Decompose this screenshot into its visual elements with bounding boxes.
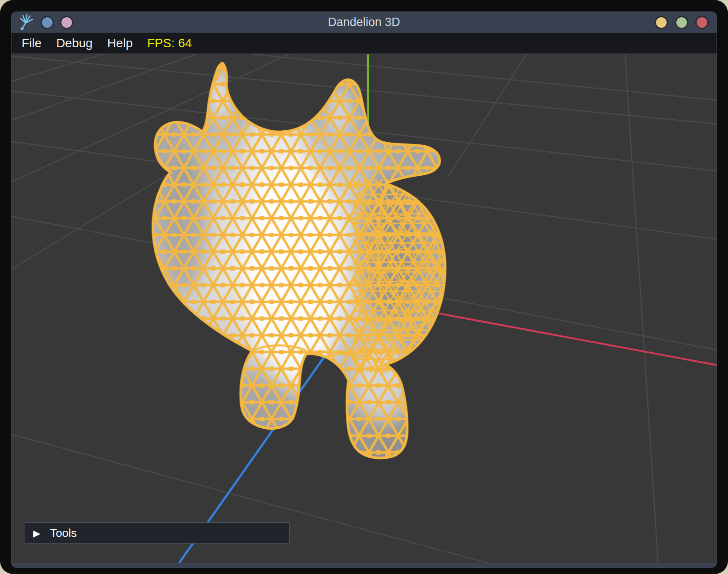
fps-counter: FPS: 64 (147, 36, 192, 50)
minimize-button[interactable] (655, 16, 668, 29)
viewport-canvas[interactable] (11, 53, 717, 563)
dandelion-icon (19, 14, 34, 31)
titlebar[interactable]: Dandelion 3D (11, 12, 717, 33)
menubar: File Debug Help FPS: 64 (11, 33, 717, 53)
expand-arrow-icon: ▶ (33, 529, 40, 538)
cow-model-mesh (145, 53, 455, 463)
window-title: Dandelion 3D (11, 12, 717, 33)
close-button[interactable] (695, 16, 709, 29)
tools-panel-header[interactable]: ▶ Tools (25, 522, 290, 544)
maximize-button[interactable] (675, 16, 688, 29)
viewport-3d[interactable]: ▶ Tools (11, 53, 717, 563)
window-bottom-frame (11, 563, 717, 567)
workspace-button-pink[interactable] (60, 16, 73, 29)
app-window: Dandelion 3D File Debug Help FPS: 64 (11, 11, 717, 568)
tools-panel-label: Tools (50, 526, 77, 540)
menu-help[interactable]: Help (107, 36, 133, 50)
workspace-button-blue[interactable] (41, 16, 54, 29)
menu-file[interactable]: File (22, 36, 42, 50)
menu-debug[interactable]: Debug (56, 36, 93, 50)
